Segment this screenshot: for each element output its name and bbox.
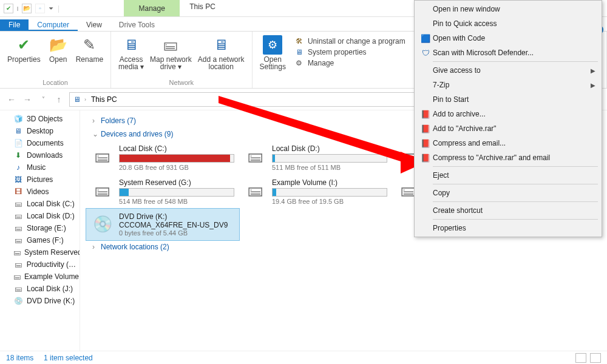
ribbon-uninstall-or-change-a-pr[interactable]: 🛠Uninstall or change a program — [294, 36, 405, 46]
sidebar-item-documents[interactable]: 📄Documents — [0, 137, 80, 149]
sidebar-item-local-disk-j-[interactable]: 🖴Local Disk (J:) — [0, 283, 80, 295]
sidebar-item-local-disk-d-[interactable]: 🖴Local Disk (D:) — [0, 210, 80, 222]
menu-item-label: Eject — [433, 171, 595, 180]
access-icon: 🖥 — [121, 35, 141, 55]
menu-open-in-new-window[interactable]: Open in new window — [415, 2, 602, 16]
qat-properties-icon[interactable]: ✔ — [4, 4, 13, 13]
sidebar-item-label: Local Disk (D:) — [27, 212, 75, 220]
tab-drive-tools[interactable]: Drive Tools — [110, 19, 163, 31]
menu-give-access-to[interactable]: Give access to▶ — [415, 63, 602, 78]
folder-icon: 🖴 — [13, 211, 23, 221]
add-icon: 🖥 — [211, 35, 231, 55]
sidebar-item-storage-e-[interactable]: 🖴Storage (E:) — [0, 222, 80, 234]
ribbon-access-button[interactable]: 🖥Access media ▾ — [116, 34, 146, 72]
menu-item-icon: 🛡 — [418, 49, 433, 58]
menu-eject[interactable]: Eject — [415, 168, 602, 183]
drive-free-text: 0 bytes free of 5.44 GB — [119, 229, 234, 237]
view-large-button[interactable] — [590, 353, 601, 363]
menu-7-zip[interactable]: 7-Zip▶ — [415, 78, 602, 92]
sidebar-item-productivity-[interactable]: 🖴Productivity (… — [0, 258, 80, 271]
contextual-tab-manage[interactable]: Manage — [124, 0, 180, 16]
drive-local-disk-c-[interactable]: 🖴 Local Disk (C:)20.8 GB free of 931 GB — [86, 141, 239, 175]
qat-open-icon[interactable]: 📂 — [22, 4, 32, 13]
qat-more-icon[interactable]: ⏷ — [49, 5, 54, 12]
status-bar: 18 items 1 item selected — [0, 351, 607, 364]
menu-pin-to-start[interactable]: Pin to Start — [415, 92, 602, 107]
folder-icon: 🖴 — [13, 199, 23, 209]
ribbon-system-properties[interactable]: 🖥System properties — [294, 47, 405, 57]
section-network-locations[interactable]: ›Network locations (2) — [86, 240, 601, 254]
menu-item-label: Add to "Archive.rar" — [433, 124, 595, 133]
menu-item-icon: 🟦 — [418, 34, 433, 43]
menu-properties[interactable]: Properties — [415, 221, 602, 235]
sidebar-item-label: Storage (E:) — [27, 224, 66, 232]
nav-back-button[interactable]: ← — [6, 94, 17, 105]
folder-icon: 🎞 — [13, 187, 23, 197]
menu-compress-and-email[interactable]: 📕Compress and email... — [415, 136, 602, 150]
quick-access-toolbar: ✔ | 📂 ▫ ⏷ | — [0, 0, 63, 16]
view-details-button[interactable] — [575, 353, 586, 363]
qat-sep: | — [17, 5, 18, 11]
sidebar-item-desktop[interactable]: 🖥Desktop — [0, 125, 80, 137]
menu-add-to-archive-rar[interactable]: 📕Add to "Archive.rar" — [415, 121, 602, 136]
nav-recent-dropdown[interactable]: ˅ — [38, 94, 49, 105]
context-menu: Open in new windowPin to Quick access🟦Op… — [414, 0, 602, 237]
sidebar-item-games-f-[interactable]: 🖴Games (F:) — [0, 234, 80, 246]
sidebar-item-videos[interactable]: 🎞Videos — [0, 186, 80, 198]
sidebar-item-label: System Reserved — [24, 248, 80, 257]
sidebar-item-label: Downloads — [27, 151, 63, 160]
sidebar-item-pictures[interactable]: 🖼Pictures — [0, 174, 80, 186]
sidebar-item-3d-objects[interactable]: 🧊3D Objects — [0, 113, 80, 125]
ribbon-map-button[interactable]: 🖴Map network drive ▾ — [148, 34, 194, 72]
open-settings-button[interactable]: ⚙ Open Settings — [257, 34, 288, 72]
menu-pin-to-quick-access[interactable]: Pin to Quick access — [415, 16, 602, 31]
folder-icon: 🧊 — [13, 114, 23, 124]
qat-item-icon[interactable]: ▫ — [35, 4, 45, 13]
ribbon-properties-button[interactable]: ✔Properties — [5, 34, 43, 64]
line-icon: ⚙ — [294, 58, 304, 68]
sidebar-item-example-volume[interactable]: 🖴Example Volume — [0, 271, 80, 283]
folder-icon: 🖴 — [13, 284, 23, 294]
usage-bar — [119, 154, 234, 163]
menu-scan-with-microsoft-defender[interactable]: 🛡Scan with Microsoft Defender... — [415, 46, 602, 60]
sidebar-item-local-disk-c-[interactable]: 🖴Local Disk (C:) — [0, 198, 80, 210]
drive-example-volume-i-[interactable]: 🖴 Example Volume (I:)19.4 GB free of 19.… — [239, 175, 392, 209]
tab-file[interactable]: File — [0, 19, 29, 31]
breadcrumb-chevron-icon[interactable]: › — [84, 96, 86, 103]
menu-item-label: Open in new window — [433, 5, 595, 13]
usage-bar — [119, 188, 234, 197]
folder-icon: 🖼 — [13, 175, 23, 184]
open-icon: 📂 — [49, 35, 68, 55]
menu-separator — [433, 166, 598, 167]
sidebar-item-label: Local Disk (C:) — [27, 200, 75, 208]
sidebar-item-music[interactable]: ♪Music — [0, 161, 80, 174]
status-selection: 1 item selected — [44, 354, 93, 362]
menu-separator — [433, 219, 598, 220]
ribbon-manage[interactable]: ⚙Manage — [294, 58, 405, 68]
sidebar-item-system-reserved[interactable]: 🖴System Reserved — [0, 246, 80, 258]
menu-compress-to-archive-rar-and-email[interactable]: 📕Compress to "Archive.rar" and email — [415, 150, 602, 165]
tab-view[interactable]: View — [78, 19, 110, 31]
folder-icon: 🖥 — [13, 126, 23, 136]
folder-icon: ⬇ — [13, 150, 23, 160]
sidebar-item-downloads[interactable]: ⬇Downloads — [0, 149, 80, 161]
sidebar-item-dvd-drive-k-[interactable]: 💿DVD Drive (K:) — [0, 295, 80, 307]
ribbon-rename-button[interactable]: ✎Rename — [73, 34, 106, 64]
line-icon: 🛠 — [294, 36, 304, 46]
ribbon-add-button[interactable]: 🖥Add a network location — [195, 34, 247, 72]
sidebar-item-label: Games (F:) — [27, 236, 64, 244]
tab-computer[interactable]: Computer — [29, 19, 78, 31]
drive-dvd-drive-k-[interactable]: 💿 DVD Drive (K:)CCCOMA_X64FRE_EN-US_DV90… — [86, 209, 239, 240]
drive-local-disk-d-[interactable]: 🖴 Local Disk (D:)511 MB free of 511 MB — [239, 141, 392, 175]
menu-create-shortcut[interactable]: Create shortcut — [415, 203, 602, 218]
folder-icon: 🖴 — [13, 235, 23, 245]
menu-open-with-code[interactable]: 🟦Open with Code — [415, 31, 602, 46]
nav-sidebar: 🧊3D Objects🖥Desktop📄Documents⬇Downloads♪… — [0, 110, 80, 351]
drive-system-reserved-g-[interactable]: 🖴 System Reserved (G:)514 MB free of 548… — [86, 175, 239, 209]
nav-up-button[interactable]: ↑ — [53, 94, 64, 105]
menu-copy[interactable]: Copy — [415, 186, 602, 200]
menu-add-to-archive[interactable]: 📕Add to archive... — [415, 107, 602, 121]
ribbon-open-button[interactable]: 📂Open — [44, 34, 72, 64]
nav-forward-button[interactable]: → — [22, 94, 33, 105]
folder-icon: 🖴 — [13, 248, 21, 257]
